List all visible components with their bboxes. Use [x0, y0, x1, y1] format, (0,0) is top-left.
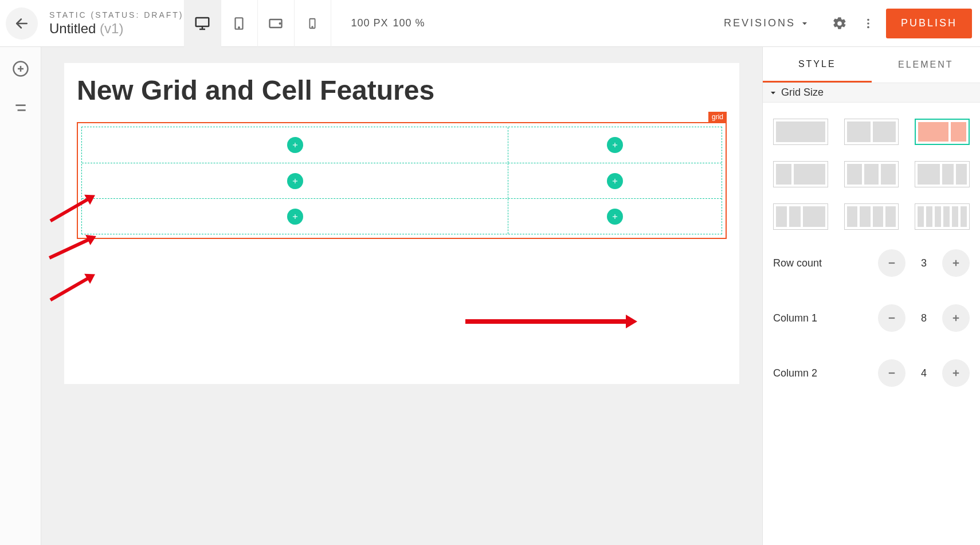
grid-cell[interactable]	[508, 163, 722, 198]
page[interactable]: New Grid and Cell Features grid	[64, 63, 739, 384]
tablet-portrait-icon	[232, 16, 246, 31]
document-title-block: STATIC (STATUS: DRAFT) Untitled (v1)	[46, 10, 184, 37]
svg-point-7	[280, 23, 281, 24]
section-grid-size[interactable]: Grid Size	[763, 83, 980, 103]
minus-icon	[887, 258, 897, 268]
zoom-pct: 100 %	[393, 17, 425, 29]
add-cell-button[interactable]	[607, 173, 623, 189]
mobile-icon	[306, 17, 319, 30]
grid-label-tag: grid	[708, 112, 727, 122]
column2-label: Column 2	[773, 367, 817, 379]
add-cell-button[interactable]	[607, 209, 623, 225]
zoom-indicator[interactable]: 100 PX 100 %	[331, 0, 445, 47]
plus-icon	[611, 177, 619, 185]
svg-point-11	[867, 18, 869, 21]
row-count-increase-button[interactable]	[942, 249, 970, 277]
row-count-value[interactable]: 3	[914, 257, 934, 269]
svg-point-12	[867, 22, 869, 25]
grid-row[interactable]	[82, 127, 722, 163]
grid-cell[interactable]	[82, 163, 508, 198]
plus-icon	[611, 141, 619, 149]
grid-preset-3col[interactable]	[844, 161, 899, 187]
grid-row[interactable]	[82, 163, 722, 198]
minus-icon	[887, 313, 897, 323]
add-element-button[interactable]	[11, 60, 30, 78]
minus-icon	[887, 368, 897, 378]
page-heading[interactable]: New Grid and Cell Features	[77, 75, 727, 106]
row-count-decrease-button[interactable]	[878, 249, 905, 277]
doc-name: Untitled	[49, 21, 96, 36]
device-desktop-button[interactable]	[184, 0, 221, 47]
column1-increase-button[interactable]	[942, 304, 970, 332]
plus-icon	[951, 313, 961, 323]
grid-element[interactable]: grid	[77, 122, 727, 239]
column1-decrease-button[interactable]	[878, 304, 905, 332]
grid-cell[interactable]	[82, 127, 508, 163]
grid-inner	[81, 127, 722, 234]
back-button[interactable]	[6, 7, 38, 40]
device-mobile-button[interactable]	[294, 0, 331, 47]
tab-element[interactable]: ELEMENT	[872, 47, 981, 83]
caret-down-icon	[770, 89, 777, 96]
add-cell-button[interactable]	[287, 173, 303, 189]
plus-icon	[291, 177, 299, 185]
grid-preset-3col-wide-left[interactable]	[915, 161, 970, 187]
publish-button[interactable]: PUBLISH	[886, 9, 972, 38]
svg-point-9	[312, 26, 312, 27]
tab-style[interactable]: STYLE	[763, 47, 872, 83]
grid-preset-2col-equal[interactable]	[844, 119, 899, 145]
more-vertical-icon	[862, 17, 875, 30]
device-tablet-portrait-button[interactable]	[221, 0, 257, 47]
column2-stepper: Column 2 4	[763, 346, 980, 401]
grid-preset-2col-wide-right[interactable]	[773, 161, 828, 187]
doc-title[interactable]: Untitled (v1)	[49, 21, 184, 37]
section-title: Grid Size	[781, 87, 824, 99]
column1-value[interactable]: 8	[914, 312, 934, 324]
column2-increase-button[interactable]	[942, 359, 970, 387]
revisions-dropdown[interactable]: REVISIONS	[707, 0, 825, 47]
grid-row[interactable]	[82, 198, 722, 234]
grid-preset-2col-wide-left[interactable]	[915, 119, 970, 145]
panel-tabs: STYLE ELEMENT	[763, 47, 980, 83]
svg-point-5	[238, 27, 240, 28]
publish-label: PUBLISH	[901, 17, 957, 29]
more-button[interactable]	[854, 0, 883, 47]
top-bar: STATIC (STATUS: DRAFT) Untitled (v1) 100…	[0, 0, 980, 47]
svg-marker-10	[802, 22, 807, 25]
revisions-label: REVISIONS	[724, 17, 795, 29]
plus-icon	[611, 213, 619, 221]
grid-preset-6col[interactable]	[915, 203, 970, 230]
row-count-label: Row count	[773, 257, 822, 269]
settings-button[interactable]	[825, 0, 854, 47]
canvas[interactable]: New Grid and Cell Features grid	[41, 47, 762, 545]
outline-button[interactable]	[11, 99, 30, 117]
column1-stepper: Column 1 8	[763, 291, 980, 346]
svg-marker-19	[771, 92, 775, 95]
caret-down-icon	[801, 20, 808, 27]
add-cell-button[interactable]	[287, 137, 303, 153]
column2-decrease-button[interactable]	[878, 359, 905, 387]
add-cell-button[interactable]	[287, 209, 303, 225]
plus-icon	[291, 141, 299, 149]
inspector-panel: STYLE ELEMENT Grid Size Row count	[762, 47, 980, 545]
zoom-px: 100 PX	[351, 17, 388, 29]
arrow-left-icon	[14, 16, 29, 31]
grid-preset-4col[interactable]	[844, 203, 899, 230]
add-cell-button[interactable]	[607, 137, 623, 153]
annotation-arrow-icon	[465, 316, 637, 327]
desktop-icon	[194, 15, 211, 32]
status-line: STATIC (STATUS: DRAFT)	[49, 10, 184, 19]
device-tablet-landscape-button[interactable]	[257, 0, 294, 47]
row-count-stepper: Row count 3	[763, 236, 980, 291]
plus-icon	[951, 368, 961, 378]
grid-preset-1col[interactable]	[773, 119, 828, 145]
column2-value[interactable]: 4	[914, 367, 934, 379]
device-switcher	[184, 0, 331, 47]
doc-version: (v1)	[100, 21, 123, 36]
plus-icon	[951, 258, 961, 268]
grid-cell[interactable]	[82, 199, 508, 234]
left-rail	[0, 47, 41, 545]
grid-preset-3col-wide-right[interactable]	[773, 203, 828, 230]
grid-cell[interactable]	[508, 127, 722, 163]
grid-cell[interactable]	[508, 199, 722, 234]
